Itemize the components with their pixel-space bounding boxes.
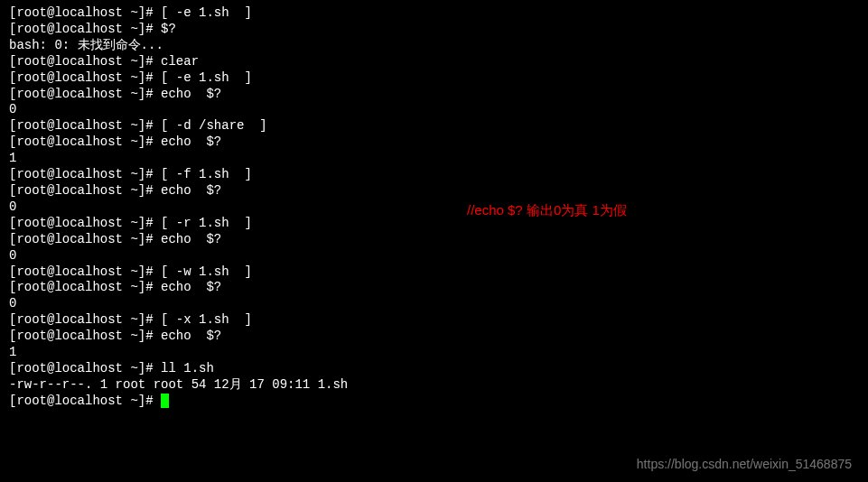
terminal-line: [root@localhost ~]# echo $? (9, 134, 859, 151)
terminal-line: [root@localhost ~]# [ -e 1.sh ] (9, 5, 859, 22)
terminal-line: [root@localhost ~]# [ -d /share ] (9, 118, 859, 134)
terminal-line: bash: 0: 未找到命令... (9, 38, 859, 54)
annotation-text: //echo $? 输出0为真 1为假 (467, 201, 627, 218)
terminal-line: 0 (9, 296, 859, 312)
terminal-line: 0 (9, 199, 859, 216)
terminal-line: 0 (9, 248, 859, 264)
terminal-line: [root@localhost ~]# clear (9, 54, 859, 70)
terminal-line: [root@localhost ~]# ll 1.sh (9, 361, 859, 377)
terminal-line: 1 (9, 151, 859, 167)
terminal-line: 0 (9, 102, 859, 118)
terminal-line: [root@localhost ~]# echo $? (9, 183, 859, 199)
terminal-line: [root@localhost ~]# (9, 394, 859, 410)
terminal-line: [root@localhost ~]# [ -w 1.sh ] (9, 264, 859, 281)
terminal-line: [root@localhost ~]# echo $? (9, 329, 859, 345)
terminal-line: -rw-r--r--. 1 root root 54 12月 17 09:11 … (9, 377, 859, 394)
terminal-output[interactable]: [root@localhost ~]# [ -e 1.sh ][root@loc… (9, 5, 859, 410)
terminal-line: [root@localhost ~]# $? (9, 22, 859, 38)
watermark-text: https://blog.csdn.net/weixin_51468875 (637, 457, 852, 473)
terminal-line: [root@localhost ~]# [ -r 1.sh ] (9, 216, 859, 232)
terminal-line: 1 (9, 345, 859, 361)
terminal-line: [root@localhost ~]# echo $? (9, 87, 859, 103)
terminal-line: [root@localhost ~]# echo $? (9, 232, 859, 248)
cursor (161, 394, 169, 408)
terminal-line: [root@localhost ~]# [ -e 1.sh ] (9, 70, 859, 87)
terminal-line: [root@localhost ~]# [ -x 1.sh ] (9, 312, 859, 329)
terminal-line: [root@localhost ~]# [ -f 1.sh ] (9, 167, 859, 183)
terminal-line: [root@localhost ~]# echo $? (9, 280, 859, 296)
